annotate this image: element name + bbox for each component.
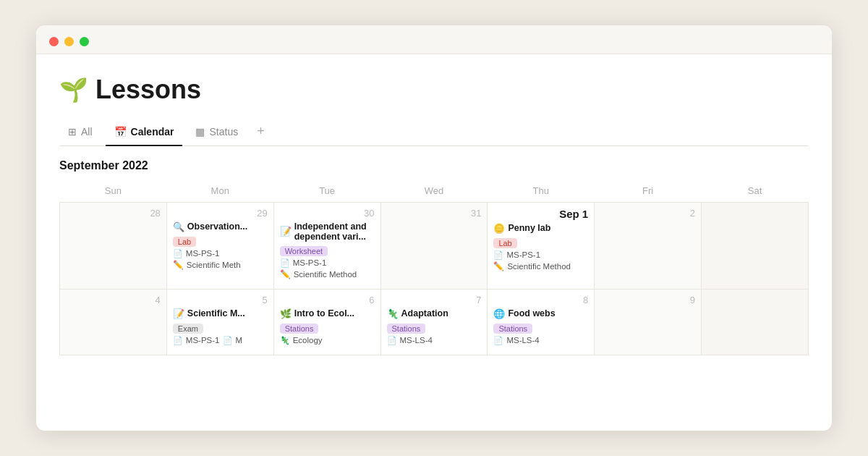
cal-cell-4: 4 [60,289,167,355]
page-icon: 🌱 [59,76,88,104]
standard-4: MS-PS-1 [186,336,220,345]
badge-lab-2: Lab [493,238,516,248]
date-sep1: Sep 1 [493,208,588,220]
event-adaptation-title: 🦎 Adaptation [387,308,482,319]
badge-stations-1: Stations [280,324,319,334]
doc-icon-6: 📄 [387,336,397,345]
pennylab-emoji: 🪙 [493,223,505,234]
tab-all[interactable]: ⊞ All [59,122,101,146]
event-independent[interactable]: 📝 Independent and dependent vari... Work… [280,221,375,279]
event-adaptation[interactable]: 🦎 Adaptation Stations 📄 MS-LS-4 [387,308,482,345]
standard-1: MS-PS-1 [186,249,220,258]
foodwebs-emoji: 🌐 [493,308,505,319]
date-8: 8 [493,295,588,305]
meta-msps1-1: 📄 MS-PS-1 [173,249,268,258]
cal-cell-30: 30 📝 Independent and dependent vari... W… [273,202,380,289]
cal-cell-29: 29 🔍 Observation... Lab 📄 MS-PS-1 [166,202,273,289]
event-foodwebs-title: 🌐 Food webs [493,308,588,319]
cal-cell-6: 6 🌿 Intro to Ecol... Stations 🦎 Ecology [273,289,380,355]
day-header-tue: Tue [273,181,380,203]
date-30: 30 [280,208,375,219]
standard-5: M [236,336,243,345]
tab-calendar[interactable]: 📅 Calendar [106,122,183,146]
cal-cell-8: 8 🌐 Food webs Stations 📄 MS-LS-4 [488,289,595,355]
meta-msps1-2: 📄 MS-PS-1 [280,258,375,268]
doc-icon-2: 📄 [280,258,290,268]
meta-msls4-2: 📄 MS-LS-4 [493,336,588,345]
date-2: 2 [600,208,695,219]
cal-cell-31: 31 [380,202,488,289]
independent-label: Independent and dependent vari... [294,221,375,242]
event-observation[interactable]: 🔍 Observation... Lab 📄 MS-PS-1 ✏️ Scient… [173,221,268,270]
doc-icon-7: 📄 [493,336,503,345]
observation-label: Observation... [187,221,247,232]
day-header-fri: Fri [595,181,702,203]
scientificm-label: Scientific M... [187,308,245,318]
event-scientificm[interactable]: 📝 Scientific M... Exam 📄 MS-PS-1 📄 M [173,308,268,345]
pennylab-label: Penny lab [508,223,550,233]
standard-7: MS-LS-4 [506,336,539,345]
cal-cell-5: 5 📝 Scientific M... Exam 📄 MS-PS-1 📄 [166,289,273,355]
event-pennylab[interactable]: 🪙 Penny lab Lab 📄 MS-PS-1 ✏️ Scientific … [493,223,588,271]
event-foodwebs[interactable]: 🌐 Food webs Stations 📄 MS-LS-4 [493,308,588,345]
meta-msls4-1: 📄 MS-LS-4 [387,336,482,345]
badge-stations-2: Stations [387,324,426,334]
standard-2: MS-PS-1 [293,258,327,267]
scimethod-2: Scientific Method [294,270,357,279]
cal-cell-sat2 [702,289,809,355]
tabs-bar: ⊞ All 📅 Calendar ▦ Status + [59,121,809,146]
day-header-sun: Sun [60,181,167,203]
calendar-icon: 📅 [114,126,127,138]
main-content: 🌱 Lessons ⊞ All 📅 Calendar ▦ Status + Se… [36,54,832,355]
event-independent-title: 📝 Independent and dependent vari... [280,221,375,242]
all-icon: ⊞ [68,126,77,138]
badge-lab-1: Lab [173,237,196,247]
date-6: 6 [280,295,375,305]
independent-emoji: 📝 [280,226,292,237]
standard-6: MS-LS-4 [400,336,433,345]
meta-scimethod-1: ✏️ Scientific Meth [173,260,268,270]
cal-cell-9: 9 [595,289,702,355]
calendar-grid: Sun Mon Tue Wed Thu Fri Sat 28 29 [59,181,809,355]
date-31: 31 [387,208,482,219]
cal-cell-sep1: Sep 1 🪙 Penny lab Lab 📄 MS-PS-1 [488,202,595,289]
event-scientificm-title: 📝 Scientific M... [173,308,268,319]
date-5: 5 [173,295,268,305]
pencil-icon-3: ✏️ [493,261,504,271]
calendar-week-2: 4 5 📝 Scientific M... Exam 📄 [60,289,809,355]
day-header-wed: Wed [380,181,488,203]
cal-cell-sat1 [702,202,809,289]
tab-status[interactable]: ▦ Status [187,122,247,146]
app-window: 🌱 Lessons ⊞ All 📅 Calendar ▦ Status + Se… [36,25,832,431]
event-observation-title: 🔍 Observation... [173,221,268,232]
intro-ecol-emoji: 🌿 [280,308,292,319]
add-tab-button[interactable]: + [251,121,271,146]
event-intro-ecol[interactable]: 🌿 Intro to Ecol... Stations 🦎 Ecology [280,308,375,345]
scimethod-1: Scientific Meth [187,261,241,269]
tab-calendar-label: Calendar [131,126,174,138]
event-intro-ecol-title: 🌿 Intro to Ecol... [280,308,375,319]
intro-ecol-label: Intro to Ecol... [294,308,354,318]
tab-all-label: All [81,126,93,138]
pencil-icon-2: ✏️ [280,269,291,279]
minimize-button[interactable] [64,37,74,46]
ecology-icon-1: 🦎 [280,336,290,345]
adaptation-emoji: 🦎 [387,308,399,319]
page-header: 🌱 Lessons [59,75,809,105]
page-title: Lessons [95,75,201,105]
day-header-sat: Sat [702,181,809,203]
close-button[interactable] [49,37,59,46]
meta-scimethod-3: ✏️ Scientific Method [493,261,588,271]
tab-status-label: Status [209,126,238,138]
ecology-label-1: Ecology [293,336,323,345]
cal-cell-2: 2 [595,202,702,289]
titlebar [36,25,832,54]
scientificm-emoji: 📝 [173,308,184,319]
meta-ecology-1: 🦎 Ecology [280,336,375,345]
cal-cell-7: 7 🦎 Adaptation Stations 📄 MS-LS-4 [380,289,488,355]
standard-3: MS-PS-1 [506,250,540,259]
date-28: 28 [66,208,161,219]
meta-msps1-3: 📄 MS-PS-1 [493,250,588,260]
badge-exam-1: Exam [173,324,203,334]
maximize-button[interactable] [80,37,89,46]
